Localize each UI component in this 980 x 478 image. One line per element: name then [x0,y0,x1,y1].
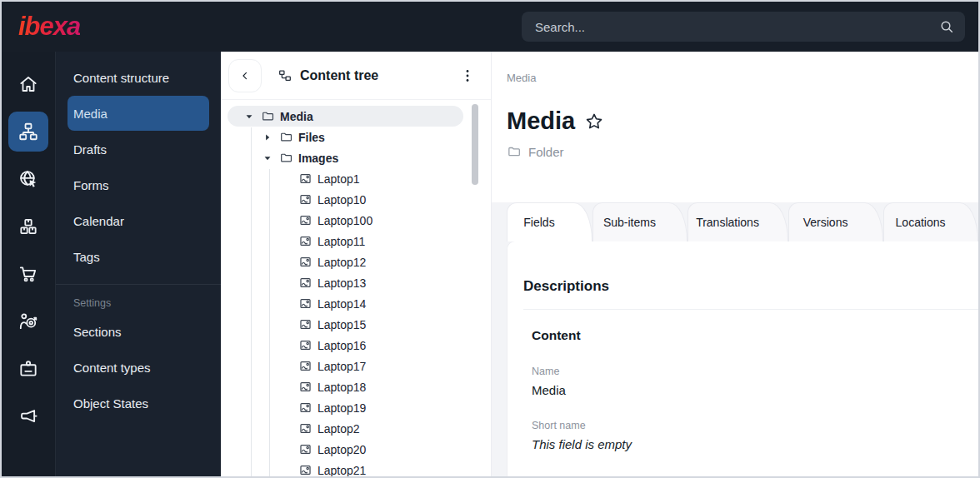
home-icon [18,73,39,95]
sidebar-item-content-structure[interactable]: Content structure [68,60,209,95]
rail-item-site[interactable] [8,159,48,199]
tree-node-media[interactable]: Media [221,106,491,127]
nav-rail [2,52,56,476]
tree-node-laptop100[interactable]: Laptop100 [221,210,491,231]
tree-node-laptop17[interactable]: Laptop17 [221,356,491,376]
tree-node-images[interactable]: Images [221,147,491,168]
field-name: NameMedia [532,366,978,397]
image-icon [298,442,312,456]
rail-item-commerce[interactable] [8,254,48,294]
ibexa-logo[interactable]: ibexa [15,12,80,42]
badge-icon [18,358,39,380]
body-row: Content structureMediaDraftsFormsCalenda… [2,52,978,476]
content-type-label: Folder [528,145,564,159]
sidebar-item-object-states[interactable]: Object States [68,386,209,421]
image-icon [298,421,312,436]
tree-node-laptop13[interactable]: Laptop13 [221,272,491,293]
field-group-title: Content [532,328,978,343]
tree-node-laptop19[interactable]: Laptop19 [221,397,491,418]
tree-node-laptop2[interactable]: Laptop2 [221,418,491,439]
sidebar-main-items: Content structureMediaDraftsFormsCalenda… [56,60,221,274]
tree-node-laptop15[interactable]: Laptop15 [221,314,491,335]
tree-node-label: Laptop13 [318,276,366,290]
tab-fields[interactable]: Fields [507,202,571,241]
field-short-name: Short nameThis field is empty [532,420,978,451]
tree-node-laptop21[interactable]: Laptop21 [221,460,491,476]
tree-node-laptop16[interactable]: Laptop16 [221,335,491,356]
tab-versions[interactable]: Versions [788,202,862,241]
bookmark-star-button[interactable] [583,111,605,132]
rail-item-dashboard[interactable] [8,64,48,104]
folder-icon [261,109,275,123]
field-label: Name [532,366,978,377]
sidebar-item-tags[interactable]: Tags [68,239,209,274]
tab-locations[interactable]: Locations [883,202,957,241]
tree-node-laptop1[interactable]: Laptop1 [221,168,491,189]
tree-node-label: Laptop14 [318,297,366,311]
tree-node-laptop12[interactable]: Laptop12 [221,251,491,272]
global-search[interactable] [522,12,965,42]
tab-translations[interactable]: Translations [688,202,767,241]
image-icon [298,276,312,290]
image-icon [298,213,312,227]
tree-node-files[interactable]: Files [221,127,491,147]
image-icon [298,234,312,248]
sidebar-item-forms[interactable]: Forms [68,167,209,202]
image-icon [298,338,312,352]
sidebar-item-drafts[interactable]: Drafts [68,132,209,167]
field-value: This field is empty [532,437,978,451]
rail-item-products[interactable] [8,207,48,246]
tree-node-laptop18[interactable]: Laptop18 [221,376,491,397]
cart-icon [18,263,39,285]
folder-icon [279,151,293,165]
app-window: ibexa Content structureMediaDraftsFormsC… [0,0,980,478]
main-area: Media Media Folder FieldsSub-itemsTransl… [492,52,978,476]
tree-node-label: Laptop1 [318,172,360,186]
sidebar-settings-items: SectionsContent typesObject States [56,314,221,421]
star-icon [583,111,605,132]
globe-cursor-icon [18,168,39,190]
image-icon [298,317,312,331]
folder-icon [279,130,293,144]
rail-item-marketing[interactable] [8,396,48,436]
title-row: Media [507,107,978,135]
tree-node-label: Laptop15 [318,318,366,331]
tabs-row: FieldsSub-itemsTranslationsVersionsLocat… [492,202,978,241]
content-tree-body: MediaFilesImagesLaptop1Laptop10Laptop100… [221,100,491,476]
rail-item-personalization[interactable] [8,301,48,341]
megaphone-icon [18,406,39,427]
tab-sub-items[interactable]: Sub-items [592,202,666,241]
rail-item-admin[interactable] [8,349,48,389]
search-icon[interactable] [938,18,955,35]
breadcrumb[interactable]: Media [507,72,536,84]
sidebar-item-content-types[interactable]: Content types [68,350,209,385]
main-header: Media Media Folder [492,52,978,202]
chevron-left-icon [238,69,252,82]
section-divider [523,309,978,310]
image-icon [298,401,312,415]
caret-down-icon[interactable] [261,152,274,165]
tree-options-button[interactable] [458,64,478,87]
sidebar-menu: Content structureMediaDraftsFormsCalenda… [56,52,221,476]
sidebar-item-calendar[interactable]: Calendar [68,203,209,238]
image-icon [298,255,312,269]
tree-node-label: Laptop20 [318,443,366,456]
tree-node-laptop20[interactable]: Laptop20 [221,439,491,460]
caret-right-icon[interactable] [261,131,274,144]
sidebar-item-sections[interactable]: Sections [68,314,209,349]
rail-item-content-structure[interactable] [8,112,48,152]
tree-node-label: Images [298,152,338,165]
target-person-icon [18,311,39,332]
caret-down-icon[interactable] [242,110,256,123]
tree-node-laptop11[interactable]: Laptop11 [221,231,491,251]
collapse-tree-button[interactable] [228,59,262,92]
sidebar-item-media[interactable]: Media [68,96,209,131]
tree-node-label: Laptop11 [318,235,365,248]
image-icon [298,172,312,186]
tree-node-laptop10[interactable]: Laptop10 [221,189,491,210]
search-input[interactable] [535,20,938,34]
tree-scrollbar-thumb[interactable] [472,104,478,185]
tree-node-laptop14[interactable]: Laptop14 [221,293,491,314]
sitemap-icon [18,121,39,142]
content-tree-icon [278,68,292,83]
